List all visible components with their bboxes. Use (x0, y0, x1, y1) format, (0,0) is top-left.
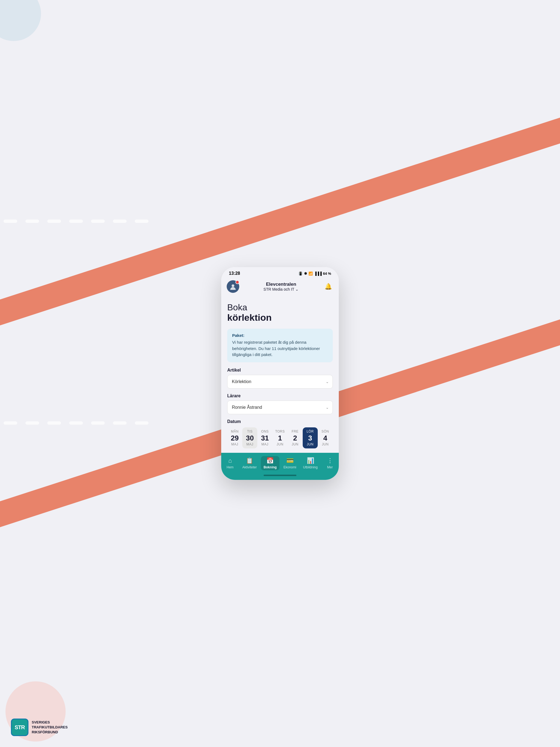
date-num: 30 (246, 435, 254, 442)
nav-icon-bokning: 📅 (266, 457, 274, 464)
date-cell-1[interactable]: TIS 30 MAJ (242, 428, 257, 448)
date-cell-4[interactable]: FRE 2 JUN (288, 428, 303, 448)
date-month: MAJ (261, 442, 269, 446)
nav-label-utbildning: Utbildning (303, 465, 317, 469)
nav-label-bokning: Bokning (263, 465, 277, 469)
nav-item-hem[interactable]: ⌂ Hem (222, 456, 238, 470)
date-day-name: MÅN (231, 430, 238, 433)
nav-item-bokning[interactable]: 📅 Bokning (261, 456, 279, 470)
nav-label-mer: Mer (327, 465, 333, 469)
status-icons: 📳 ✱ 📶 ▐▐▐ 64 % (298, 272, 331, 276)
nav-icon-utbildning: 📊 (307, 457, 314, 464)
chevron-down-icon: ⌄ (295, 287, 299, 291)
str-badge: STR (11, 719, 28, 736)
date-cell-0[interactable]: MÅN 29 MAJ (227, 428, 242, 448)
info-box-title: Paket: (232, 333, 328, 338)
wifi-icon: 📶 (308, 272, 313, 276)
bottom-nav: ⌂ Hem 📋 Aktiviteter 📅 Bokning 💳 Ekonomi … (221, 453, 339, 472)
battery-icon: 64 % (323, 272, 331, 276)
str-text: SVERIGES TRAFIKUTBILDARES RIKSFÖRBUND (32, 720, 68, 735)
date-month: JUN (277, 442, 284, 446)
page-title-line2: körlektion (227, 312, 333, 323)
str-line3: RIKSFÖRBUND (32, 730, 68, 735)
bluetooth-icon: ✱ (304, 272, 307, 276)
date-cell-3[interactable]: TORS 1 JUN (272, 428, 287, 448)
date-cell-5[interactable]: LÖR 3 JUN (303, 428, 318, 448)
date-num: 29 (231, 435, 239, 442)
page-title-line1: Boka (227, 303, 333, 312)
larare-label: Lärare (227, 393, 333, 398)
status-time: 13:28 (229, 271, 240, 276)
date-month: JUN (307, 442, 314, 446)
date-month: JUN (292, 442, 299, 446)
svg-point-0 (232, 284, 234, 287)
date-month: MAJ (231, 442, 238, 446)
nav-item-aktiviteter[interactable]: 📋 Aktiviteter (239, 456, 259, 470)
nav-item-mer[interactable]: ⋮ Mer (322, 456, 338, 470)
date-month: MAJ (246, 442, 253, 446)
date-num: 1 (278, 435, 282, 442)
header-center: Elevcentralen STR Media och IT ⌄ (239, 282, 323, 291)
date-day-name: LÖR (307, 430, 314, 433)
home-bar (263, 475, 297, 476)
nav-label-ekonomi: Ekonomi (284, 465, 297, 469)
date-cell-6[interactable]: SÖN 4 JUN (318, 428, 333, 448)
nav-label-aktiviteter: Aktiviteter (242, 465, 257, 469)
header-subtitle[interactable]: STR Media och IT ⌄ (239, 287, 323, 291)
date-num: 3 (308, 435, 312, 442)
artikel-select-wrap[interactable]: Körlektion ⌄ (227, 375, 333, 389)
nav-item-utbildning[interactable]: 📊 Utbildning (300, 456, 320, 470)
phone-frame: 13:28 📳 ✱ 📶 ▐▐▐ 64 % El (221, 267, 339, 480)
artikel-label: Artikel (227, 368, 333, 373)
bell-icon[interactable]: 🔔 (323, 281, 333, 292)
date-row: MÅN 29 MAJ TIS 30 MAJ ONS 31 MAJ TORS 1 … (227, 428, 333, 453)
date-day-name: TORS (275, 430, 285, 433)
larare-select[interactable]: Ronnie Åstrand (227, 401, 333, 414)
date-month: JUN (322, 442, 329, 446)
date-num: 2 (293, 435, 297, 442)
str-line2: TRAFIKUTBILDARES (32, 725, 68, 730)
notification-badge (235, 280, 239, 284)
status-bar: 13:28 📳 ✱ 📶 ▐▐▐ 64 % (221, 267, 339, 278)
str-badge-text: STR (15, 724, 25, 730)
date-num: 4 (323, 435, 327, 442)
avatar[interactable] (227, 280, 239, 293)
subtitle-text: STR Media och IT (263, 287, 295, 291)
str-line1: SVERIGES (32, 720, 68, 725)
info-box-text: Vi har registrerat paketet åt dig på den… (232, 339, 328, 358)
date-day-name: FRE (291, 430, 299, 433)
home-indicator (221, 472, 339, 480)
nav-item-ekonomi[interactable]: 💳 Ekonomi (281, 456, 299, 470)
nav-label-hem: Hem (227, 465, 233, 469)
date-num: 31 (261, 435, 269, 442)
str-logo: STR SVERIGES TRAFIKUTBILDARES RIKSFÖRBUN… (11, 719, 68, 736)
signal-icon: ▐▐▐ (314, 272, 322, 276)
date-day-name: SÖN (322, 430, 329, 433)
nav-icon-ekonomi: 💳 (286, 457, 294, 464)
info-box: Paket: Vi har registrerat paketet åt dig… (227, 329, 333, 362)
nav-icon-mer: ⋮ (327, 457, 333, 464)
vibrate-icon: 📳 (298, 272, 303, 276)
brand-name: Elevcentralen (239, 282, 323, 287)
larare-select-wrap[interactable]: Ronnie Åstrand ⌄ (227, 401, 333, 414)
app-header: Elevcentralen STR Media och IT ⌄ 🔔 (221, 278, 339, 297)
main-content: Boka körlektion Paket: Vi har registrera… (221, 297, 339, 453)
date-cell-2[interactable]: ONS 31 MAJ (257, 428, 272, 448)
nav-icon-aktiviteter: 📋 (246, 457, 253, 464)
datum-label: Datum (227, 419, 333, 424)
date-day-name: TIS (247, 430, 253, 433)
artikel-select[interactable]: Körlektion (227, 375, 333, 389)
date-day-name: ONS (261, 430, 269, 433)
nav-icon-hem: ⌂ (228, 457, 232, 464)
